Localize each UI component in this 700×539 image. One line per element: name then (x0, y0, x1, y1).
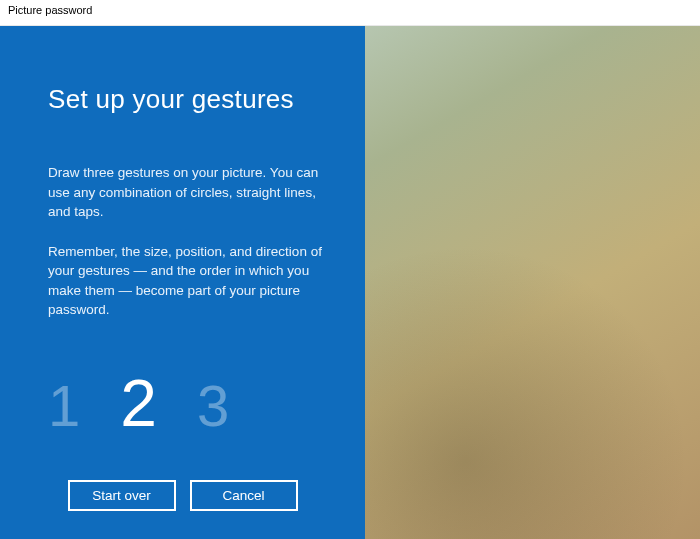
panel-heading: Set up your gestures (48, 84, 323, 115)
instruction-panel: Set up your gestures Draw three gestures… (0, 26, 365, 539)
instruction-paragraph-1: Draw three gestures on your picture. You… (48, 163, 323, 222)
content-area: Set up your gestures Draw three gestures… (0, 26, 700, 539)
step-indicator: 1 2 3 (48, 370, 323, 436)
start-over-button[interactable]: Start over (68, 480, 176, 511)
button-row: Start over Cancel (0, 480, 365, 511)
step-2: 2 (120, 370, 157, 436)
window-title: Picture password (0, 0, 700, 26)
gesture-picture-area[interactable] (365, 26, 700, 539)
step-3: 3 (197, 377, 229, 435)
cancel-button[interactable]: Cancel (190, 480, 298, 511)
step-1: 1 (48, 377, 80, 435)
instruction-paragraph-2: Remember, the size, position, and direct… (48, 242, 323, 320)
